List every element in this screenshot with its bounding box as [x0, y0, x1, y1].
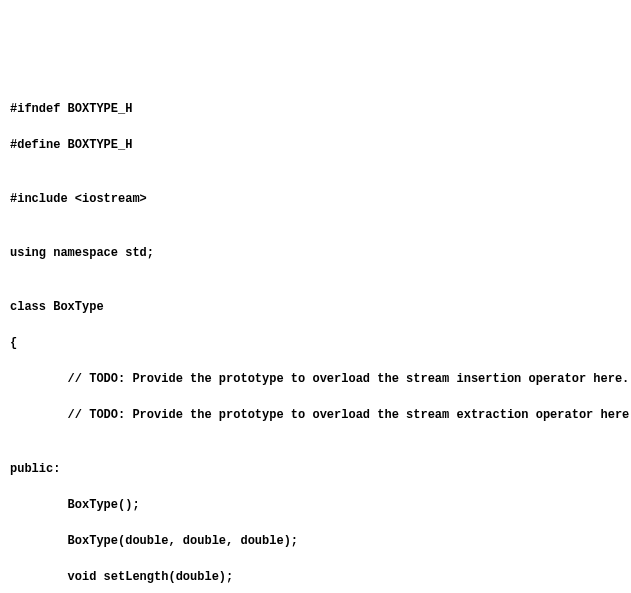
code-line: public:: [10, 460, 631, 478]
code-line: #define BOXTYPE_H: [10, 136, 631, 154]
code-line: #include <iostream>: [10, 190, 631, 208]
code-line: class BoxType: [10, 298, 631, 316]
code-line: #ifndef BOXTYPE_H: [10, 100, 631, 118]
code-line: {: [10, 334, 631, 352]
code-line: // TODO: Provide the prototype to overlo…: [10, 406, 631, 424]
code-block: #ifndef BOXTYPE_H #define BOXTYPE_H #inc…: [10, 82, 631, 593]
code-line: void setLength(double);: [10, 568, 631, 586]
code-line: using namespace std;: [10, 244, 631, 262]
code-line: BoxType(double, double, double);: [10, 532, 631, 550]
code-line: // TODO: Provide the prototype to overlo…: [10, 370, 631, 388]
code-line: BoxType();: [10, 496, 631, 514]
